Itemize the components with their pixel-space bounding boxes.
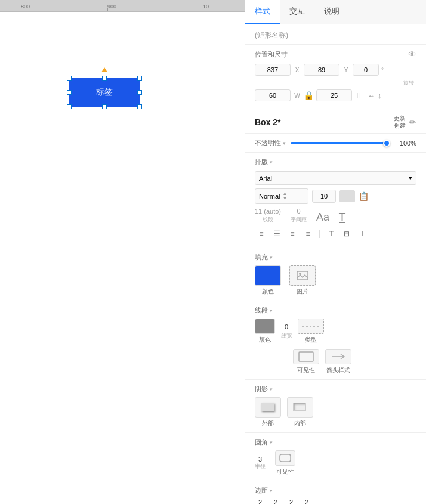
text-align-row: ≡ ☰ ≡ ≡ ⊤ ⊟ ⊥	[255, 227, 416, 240]
font-family-select[interactable]: Arial ▾	[255, 171, 416, 185]
update-line2: 创建	[394, 122, 406, 129]
corner-label: 圆角	[255, 438, 268, 447]
corner-vis-item[interactable]: 可见性	[275, 450, 295, 476]
typography-section: 排版 ▾ Arial ▾ Normal ▲▼ 10 📋	[245, 153, 426, 248]
ruler-mark-10: 10	[203, 4, 209, 10]
corner-radius-label: 半径	[255, 463, 266, 471]
fill-label: 填充	[255, 253, 268, 262]
handle-bottom-left[interactable]	[67, 104, 72, 109]
h-input[interactable]: 25	[316, 89, 352, 101]
copy-style-icon[interactable]: 📋	[359, 191, 369, 201]
handle-top-mid[interactable]	[102, 76, 107, 81]
box-label: 标签	[96, 87, 113, 98]
font-size-input[interactable]: 10	[312, 190, 336, 203]
align-right-icon[interactable]: ≡	[286, 227, 299, 240]
line-spacing-label: 线段	[263, 216, 273, 224]
handle-bottom-mid[interactable]	[102, 104, 107, 109]
char-spacing-label: 字间距	[291, 216, 307, 224]
handle-mid-left[interactable]	[67, 90, 72, 95]
y-label: Y	[342, 67, 350, 73]
v-align-top-icon[interactable]: ⊤	[325, 227, 338, 240]
selected-box[interactable]: 标签	[69, 78, 140, 107]
margin-top-col: 2 顶部	[270, 499, 281, 504]
stroke-color-item[interactable]: 颜色	[255, 319, 275, 344]
stroke-visibility-item[interactable]: 可见性	[293, 349, 319, 375]
stroke-row2: 可见性 箭头样式	[255, 349, 416, 375]
style-name-row: Box 2* 更新 创建 ✏	[245, 110, 426, 134]
tab-interact[interactable]: 交互	[280, 0, 314, 24]
margin-section: 边距 ▾ 2 左侧 2 顶部 2 右侧 2 底部	[245, 481, 426, 504]
font-color-box[interactable]	[339, 190, 355, 202]
tab-description[interactable]: 说明	[314, 0, 349, 24]
opacity-fill	[291, 142, 390, 144]
v-align-mid-icon[interactable]: ⊟	[340, 227, 353, 240]
opacity-slider[interactable]	[291, 142, 390, 144]
align-center-icon[interactable]: ☰	[270, 227, 283, 240]
stroke-color-label: 颜色	[259, 336, 271, 344]
w-input[interactable]: 60	[255, 89, 291, 101]
y-input[interactable]: 89	[304, 64, 339, 76]
handle-top-right[interactable]	[137, 76, 142, 81]
font-style-aa[interactable]: Aa	[316, 211, 329, 224]
update-btn[interactable]: 更新 创建	[394, 115, 406, 129]
fill-image-label: 图片	[297, 287, 308, 296]
fill-color-item[interactable]: 颜色	[255, 265, 281, 296]
lock-icon[interactable]: 🔒	[304, 91, 314, 100]
handle-top-left[interactable]	[67, 76, 72, 81]
stroke-section: 线段 ▾ 颜色 0 线宽 类型	[245, 301, 426, 380]
corner-radius-value: 3	[258, 456, 262, 463]
font-family-value: Arial	[259, 175, 272, 182]
stroke-type-label: 类型	[305, 336, 317, 344]
handle-mid-right[interactable]	[137, 90, 142, 95]
stroke-color-swatch[interactable]	[255, 319, 275, 334]
outer-shadow-item[interactable]: 外部	[255, 397, 281, 428]
stroke-row: 颜色 0 线宽 类型	[255, 319, 416, 344]
stroke-width-col: 0 线宽	[281, 323, 292, 340]
align-left-icon[interactable]: ≡	[255, 227, 268, 240]
stroke-arrow-swatch[interactable]	[325, 349, 351, 364]
ruler-mark-900: 900	[107, 4, 116, 10]
margin-row: 2 左侧 2 顶部 2 右侧 2 底部	[255, 499, 416, 504]
tabs: 样式 交互 说明	[245, 0, 426, 24]
line-spacing-col: 11 (auto) 线段	[255, 208, 281, 224]
corner-vis-icon	[279, 453, 292, 463]
shadow-chevron: ▾	[270, 386, 273, 392]
xy-row: 837 X 89 Y 0 °	[255, 64, 416, 76]
align-justify-icon[interactable]: ≡	[301, 227, 314, 240]
stroke-arrow-item[interactable]: 箭头样式	[325, 349, 351, 375]
fill-chevron: ▾	[270, 255, 273, 261]
stroke-chevron: ▾	[270, 308, 273, 314]
corner-vis-swatch[interactable]	[275, 450, 295, 466]
shadow-section: 阴影 ▾ 外部	[245, 380, 426, 433]
ruler-line	[21, 8, 21, 11]
fill-color-swatch[interactable]	[255, 265, 281, 286]
arrow-style-icon	[330, 351, 347, 363]
inner-shadow-item[interactable]: 内部	[287, 397, 313, 428]
fill-image-item[interactable]: 图片	[289, 265, 316, 296]
handle-bottom-right[interactable]	[137, 104, 142, 109]
edit-icon[interactable]: ✏	[409, 118, 416, 127]
font-case-icon[interactable]: T̲	[339, 211, 345, 224]
stroke-visibility-swatch[interactable]	[293, 349, 319, 364]
rotate-handle[interactable]	[101, 67, 107, 72]
x-input[interactable]: 837	[255, 64, 291, 76]
rotation-input[interactable]: 0	[353, 64, 379, 76]
stroke-type-swatch[interactable]	[298, 319, 324, 334]
margin-right-col: 2 右侧	[286, 499, 297, 504]
visibility-toggle-icon[interactable]: 👁	[408, 50, 416, 59]
outer-shadow-swatch[interactable]	[255, 397, 281, 418]
fill-image-swatch[interactable]	[289, 265, 316, 286]
arrow-style-label: 箭头样式	[326, 366, 350, 375]
align-separator	[319, 230, 320, 238]
corner-vis-label: 可见性	[276, 468, 294, 476]
v-align-bot-icon[interactable]: ⊥	[356, 227, 369, 240]
shadow-header: 阴影 ▾	[255, 385, 416, 394]
stroke-type-item[interactable]: 类型	[298, 319, 324, 344]
style-name: Box 2*	[255, 118, 281, 127]
font-style-select[interactable]: Normal ▲▼	[255, 188, 308, 204]
tab-style[interactable]: 样式	[245, 0, 280, 24]
inner-shadow-swatch[interactable]	[287, 397, 313, 418]
component-name-placeholder: (矩形名称)	[255, 31, 288, 39]
fill-row: 颜色 图片	[255, 265, 416, 296]
font-style-row: Normal ▲▼ 10 📋	[255, 188, 416, 204]
